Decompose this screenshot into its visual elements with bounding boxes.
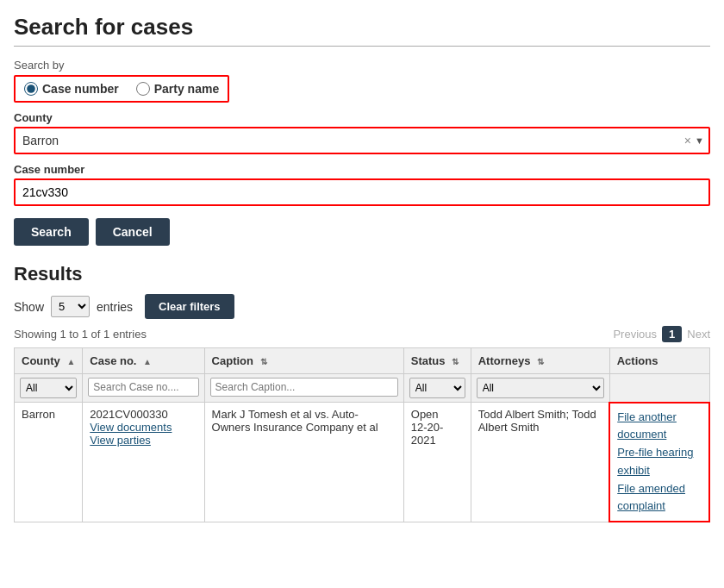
- radio-case-number[interactable]: Case number: [24, 82, 119, 96]
- col-county[interactable]: County ▲: [15, 348, 83, 374]
- show-select[interactable]: 5 10 25 50: [51, 296, 90, 317]
- cell-caption: Mark J Tomesh et al vs. Auto-Owners Insu…: [204, 403, 403, 522]
- attorneys-filter-select[interactable]: All: [477, 378, 604, 398]
- pre-file-hearing-exhibit-link[interactable]: Pre-file hearing exhibit: [617, 444, 702, 480]
- case-no-filter-input[interactable]: [88, 378, 198, 397]
- county-field-group: County × ▼: [14, 111, 710, 154]
- table-header-row: County ▲ Case no. ▲ Caption ⇅ Status ⇅ A…: [15, 348, 710, 374]
- previous-link[interactable]: Previous: [613, 328, 657, 341]
- county-wrapper: × ▼: [14, 127, 710, 154]
- case-number-field-group: Case number: [14, 163, 710, 206]
- cell-attorneys: Todd Albert Smith; Todd Albert Smith: [471, 403, 609, 522]
- file-amended-complaint-link[interactable]: File amended complaint: [617, 480, 702, 516]
- show-label: Show: [14, 300, 44, 314]
- filter-caption: [204, 374, 403, 403]
- case-no-value: 2021CV000330: [90, 408, 167, 421]
- file-another-document-link[interactable]: File another document: [617, 409, 702, 445]
- case-number-input[interactable]: [14, 178, 710, 206]
- col-actions: Actions: [609, 348, 709, 374]
- cell-case-no: 2021CV000330 View documents View parties: [83, 403, 204, 522]
- county-input[interactable]: [16, 128, 708, 153]
- caseno-sort-icon: ▲: [143, 357, 152, 366]
- current-page[interactable]: 1: [662, 326, 682, 342]
- county-clear-icon[interactable]: ×: [684, 134, 691, 147]
- caption-sort-icon: ⇅: [260, 357, 267, 366]
- col-attorneys[interactable]: Attorneys ⇅: [471, 348, 609, 374]
- filter-case-no: [83, 374, 204, 403]
- filter-actions-empty: [609, 374, 709, 403]
- attorneys-sort-icon: ⇅: [537, 357, 544, 366]
- filter-status: All: [403, 374, 471, 403]
- col-status[interactable]: Status ⇅: [403, 348, 471, 374]
- radio-party-name[interactable]: Party name: [136, 82, 219, 96]
- col-caption[interactable]: Caption ⇅: [204, 348, 403, 374]
- col-case-no[interactable]: Case no. ▲: [83, 348, 204, 374]
- county-sort-icon: ▲: [66, 357, 75, 366]
- county-label: County: [14, 111, 710, 124]
- cancel-button[interactable]: Cancel: [96, 218, 170, 246]
- results-controls: Show 5 10 25 50 entries Clear filters: [14, 294, 710, 319]
- showing-text: Showing 1 to 1 of 1 entries: [14, 328, 147, 341]
- clear-filters-button[interactable]: Clear filters: [145, 294, 234, 319]
- search-by-row: Case number Party name: [14, 75, 229, 103]
- pagination-controls: Previous 1 Next: [613, 326, 710, 342]
- pagination-row: Showing 1 to 1 of 1 entries Previous 1 N…: [14, 326, 710, 342]
- county-filter-select[interactable]: All: [20, 378, 77, 398]
- page-title: Search for cases: [14, 14, 710, 47]
- radio-party-name-label: Party name: [154, 82, 219, 96]
- radio-case-number-input[interactable]: [24, 82, 38, 96]
- view-documents-link[interactable]: View documents: [90, 421, 197, 434]
- entries-label: entries: [97, 300, 133, 314]
- filter-county: All: [15, 374, 83, 403]
- case-number-label: Case number: [14, 163, 710, 176]
- county-dropdown-icon[interactable]: ▼: [695, 135, 704, 146]
- results-title: Results: [14, 263, 710, 285]
- search-by-label: Search by: [14, 59, 710, 72]
- table-row: Barron 2021CV000330 View documents View …: [15, 403, 710, 522]
- radio-party-name-input[interactable]: [136, 82, 150, 96]
- view-parties-link[interactable]: View parties: [90, 434, 197, 447]
- status-sort-icon: ⇅: [452, 357, 459, 366]
- radio-case-number-label: Case number: [42, 82, 119, 96]
- form-buttons: Search Cancel: [14, 218, 710, 246]
- cell-actions: File another document Pre-file hearing e…: [609, 403, 709, 522]
- cell-county: Barron: [15, 403, 83, 522]
- filter-attorneys: All: [471, 374, 609, 403]
- table-filter-row: All All All: [15, 374, 710, 403]
- results-table: County ▲ Case no. ▲ Caption ⇅ Status ⇅ A…: [14, 347, 710, 522]
- caption-filter-input[interactable]: [210, 378, 398, 397]
- next-link[interactable]: Next: [687, 328, 710, 341]
- search-button[interactable]: Search: [14, 218, 89, 246]
- status-filter-select[interactable]: All: [409, 378, 465, 398]
- cell-status: Open12-20-2021: [403, 403, 471, 522]
